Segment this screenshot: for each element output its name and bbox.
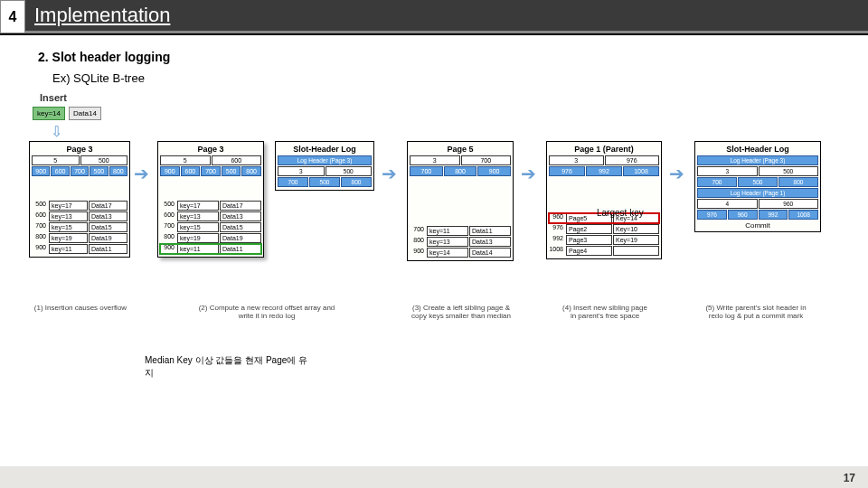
commit-label: Commit <box>697 221 818 230</box>
arrow-right-icon: ➔ <box>669 163 684 184</box>
page-number: 17 <box>844 472 855 484</box>
footer-bar <box>0 466 868 488</box>
example-label: Ex) SQLite B-tree <box>52 71 841 85</box>
header-bar: 4 Implementation <box>0 0 868 35</box>
caption-3: (3) Create a left sibling page & copy ke… <box>398 304 524 320</box>
arrow-right-icon: ➔ <box>134 163 149 184</box>
content-area: 2. Slot header logging Ex) SQLite B-tree… <box>0 35 868 390</box>
arrow-right-icon: ➔ <box>382 163 397 184</box>
section-heading: 2. Slot header logging <box>38 50 841 64</box>
caption-5: (5) Write parent's slot header in redo l… <box>684 304 828 320</box>
panel-shl1: Slot-Header Log Log Header (Page 3) 3500… <box>275 141 374 191</box>
insert-data: Data14 <box>69 107 101 120</box>
panel-page5: Page 5 3700 700800900 700key=11Data11 80… <box>407 141 514 261</box>
panel-title: Page 3 <box>32 145 127 154</box>
arrow-down-icon: ⇩ <box>51 123 62 140</box>
panel-page1: Page 1 (Parent) 3976 9769921008 960Page5… <box>546 141 662 259</box>
btree-diagram: Insert key=14 Data14 ⇩ Page 3 5500 90060… <box>27 92 841 390</box>
caption-4: (4) Insert new sibling page in parent's … <box>537 304 673 320</box>
panel-page3a: Page 3 5500 900600700500800 500key=17Dat… <box>29 141 130 258</box>
annotation-largest-key: Largest key <box>597 208 644 218</box>
caption-2: (2) Compute a new record offset array an… <box>154 304 380 320</box>
annotation-median-key: Median Key 이상 값들을 현재 Page에 유 지 <box>145 354 344 380</box>
caption-1: (1) Insertion causes overflow <box>22 304 139 312</box>
panel-page3b: Page 3 5600 900600700500800 500key=17Dat… <box>157 141 264 258</box>
arrow-right-icon: ➔ <box>521 163 536 184</box>
insert-pills: key=14 Data14 <box>33 107 101 120</box>
chapter-title: Implementation <box>25 0 868 33</box>
insert-key: key=14 <box>33 107 65 120</box>
panel-shl2: Slot-Header Log Log Header (Page 3) 3500… <box>694 141 821 232</box>
insert-label: Insert <box>40 92 67 103</box>
chapter-number: 4 <box>0 0 25 33</box>
